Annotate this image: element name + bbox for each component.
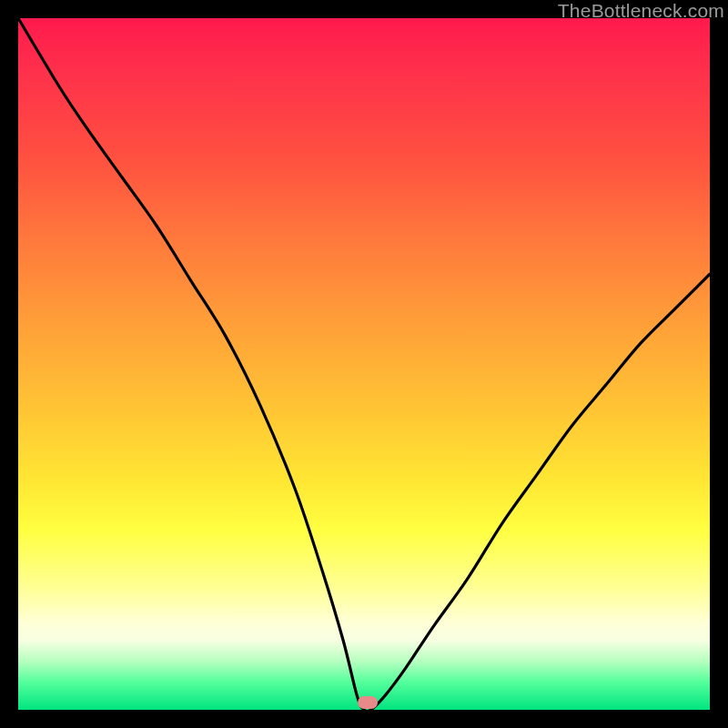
bottleneck-curve — [18, 18, 710, 710]
optimum-marker — [358, 696, 378, 709]
plot-area — [18, 18, 710, 710]
chart-frame: TheBottleneck.com — [0, 0, 728, 728]
